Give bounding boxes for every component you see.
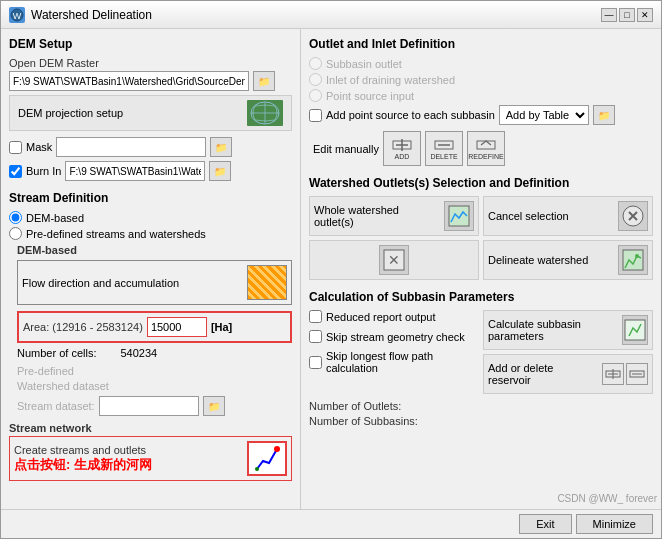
stream-network-content: Create streams and outlets 点击按钮: 生成新的河网 xyxy=(14,444,152,474)
svg-text:✕: ✕ xyxy=(388,252,400,268)
open-dem-label: Open DEM Raster xyxy=(9,57,292,69)
stream-definition-title: Stream Definition xyxy=(9,191,292,205)
window-title: Watershed Delineation xyxy=(31,8,152,22)
stream-network-box: Create streams and outlets 点击按钮: 生成新的河网 xyxy=(9,436,292,481)
predefined-section-label: Pre-defined xyxy=(17,365,292,377)
skip-longest-checkbox[interactable] xyxy=(309,356,322,369)
area-box: Area: (12916 - 2583124) [Ha] xyxy=(17,311,292,343)
cancel-selection-icon xyxy=(618,201,648,231)
skip-geometry-checkbox[interactable] xyxy=(309,330,322,343)
mask-row: Mask 📁 xyxy=(9,137,292,157)
app-icon: W xyxy=(9,7,25,23)
add-table-browse-button[interactable]: 📁 xyxy=(593,105,615,125)
dem-setup-title: DEM Setup xyxy=(9,37,292,51)
create-streams-label: Create streams and outlets xyxy=(14,444,146,456)
dem-path-row: 📁 xyxy=(9,71,292,91)
burn-in-row: Burn In 📁 xyxy=(9,161,292,181)
stream-dataset-input[interactable] xyxy=(99,396,199,416)
stream-button-icon xyxy=(253,445,281,473)
add-button[interactable]: ADD xyxy=(383,131,421,166)
minimize-button[interactable]: Minimize xyxy=(576,514,653,534)
delineate-button[interactable]: Delineate watershed xyxy=(483,240,653,280)
num-cells-row: Number of cells: 540234 xyxy=(17,347,292,359)
add-point-checkbox[interactable] xyxy=(309,109,322,122)
dem-browse-button[interactable]: 📁 xyxy=(253,71,275,91)
delete-icon xyxy=(434,138,454,152)
predefined-content: Pre-defined Watershed dataset Stream dat… xyxy=(9,365,292,416)
watershed-outlets-section: Watershed Outlets(s) Selection and Defin… xyxy=(309,176,653,280)
watershed-dataset-label: Watershed dataset xyxy=(17,380,109,392)
flow-direction-box: Flow direction and accumulation xyxy=(17,260,292,305)
restore-window-button[interactable]: □ xyxy=(619,8,635,22)
subbasin-outlet-label: Subbasin outlet xyxy=(326,58,402,70)
add-point-label: Add point source to each subbasin xyxy=(326,109,495,121)
title-bar-left: W Watershed Delineation xyxy=(9,7,152,23)
add-by-table-select[interactable]: Add by Table xyxy=(499,105,589,125)
add-delete-reservoir-button[interactable]: Add or delete reservoir xyxy=(483,354,653,394)
calculate-subbasin-button[interactable]: Calculate subbasin parameters xyxy=(483,310,653,350)
reduced-report-row: Reduced report output xyxy=(309,310,479,323)
subbasin-checkboxes: Reduced report output Skip stream geomet… xyxy=(309,310,479,394)
area-section: Area: (12916 - 2583124) [Ha] Number of c… xyxy=(17,311,292,359)
title-buttons: — □ ✕ xyxy=(601,8,653,22)
predefined-radio[interactable] xyxy=(9,227,22,240)
mask-checkbox[interactable] xyxy=(9,141,22,154)
exit-button[interactable]: Exit xyxy=(519,514,571,534)
subbasin-outlet-row: Subbasin outlet xyxy=(309,57,653,70)
main-content: DEM Setup Open DEM Raster 📁 DEM projecti… xyxy=(1,29,661,509)
mask-browse-button[interactable]: 📁 xyxy=(210,137,232,157)
whole-outlet-icon xyxy=(444,201,474,231)
bottom-bar: Exit Minimize xyxy=(1,509,661,538)
area-input[interactable] xyxy=(147,317,207,337)
reservoir-delete-icon xyxy=(626,363,648,385)
dem-projection-button[interactable]: DEM projection setup xyxy=(9,95,292,131)
reduced-report-checkbox[interactable] xyxy=(309,310,322,323)
burn-in-browse-button[interactable]: 📁 xyxy=(209,161,231,181)
subbasin-title: Calculation of Subbasin Parameters xyxy=(309,290,653,304)
svg-rect-14 xyxy=(477,141,495,149)
delineate-label: Delineate watershed xyxy=(488,254,614,266)
title-bar: W Watershed Delineation — □ ✕ xyxy=(1,1,661,29)
outlets-grid: Whole watershed outlet(s) Cancel selecti… xyxy=(309,196,653,280)
delete-button[interactable]: DELETE xyxy=(425,131,463,166)
burn-in-input[interactable] xyxy=(65,161,205,181)
whole-outlet-label: Whole watershed outlet(s) xyxy=(314,204,440,228)
inlet-draining-label: Inlet of draining watershed xyxy=(326,74,455,86)
redefine-button[interactable]: REDEFINE xyxy=(467,131,505,166)
subbasin-outlet-radio[interactable] xyxy=(309,57,322,70)
delete-outlet-button[interactable]: ✕ xyxy=(309,240,479,280)
outlet-inlet-section: Outlet and Inlet Definition Subbasin out… xyxy=(309,37,653,166)
stream-network-section: Stream network Create streams and outlet… xyxy=(9,422,292,481)
watershed-dataset-row: Watershed dataset xyxy=(17,380,292,392)
burn-in-checkbox[interactable] xyxy=(9,165,22,178)
subbasin-section: Calculation of Subbasin Parameters Reduc… xyxy=(309,290,653,427)
watermark: CSDN @WW_ forever xyxy=(557,493,657,504)
outlet-inlet-title: Outlet and Inlet Definition xyxy=(309,37,653,51)
stream-dataset-row: Stream dataset: 📁 xyxy=(17,396,292,416)
skip-geometry-row: Skip stream geometry check xyxy=(309,330,479,343)
burn-in-label: Burn In xyxy=(26,165,61,177)
subbasins-count-row: Number of Subbasins: xyxy=(309,415,653,427)
cancel-selection-label: Cancel selection xyxy=(488,210,614,222)
whole-outlet-button[interactable]: Whole watershed outlet(s) xyxy=(309,196,479,236)
svg-point-20 xyxy=(635,254,639,258)
cancel-selection-button[interactable]: Cancel selection xyxy=(483,196,653,236)
predefined-label: Pre-defined streams and watersheds xyxy=(26,228,206,240)
inlet-draining-radio[interactable] xyxy=(309,73,322,86)
point-source-radio[interactable] xyxy=(309,89,322,102)
calculate-subbasin-label: Calculate subbasin parameters xyxy=(488,318,618,342)
mask-input[interactable] xyxy=(56,137,206,157)
close-window-button[interactable]: ✕ xyxy=(637,8,653,22)
svg-text:W: W xyxy=(13,11,22,21)
minimize-window-button[interactable]: — xyxy=(601,8,617,22)
dem-path-input[interactable] xyxy=(9,71,249,91)
create-streams-button[interactable] xyxy=(247,441,287,476)
add-button-label: ADD xyxy=(395,153,410,160)
svg-point-8 xyxy=(255,467,259,471)
subbasin-buttons: Calculate subbasin parameters Add or del… xyxy=(483,310,653,394)
delete-button-label: DELETE xyxy=(430,153,457,160)
flow-label: Flow direction and accumulation xyxy=(22,277,179,289)
svg-point-7 xyxy=(274,446,280,452)
dem-based-radio[interactable] xyxy=(9,211,22,224)
stream-dataset-browse-button[interactable]: 📁 xyxy=(203,396,225,416)
